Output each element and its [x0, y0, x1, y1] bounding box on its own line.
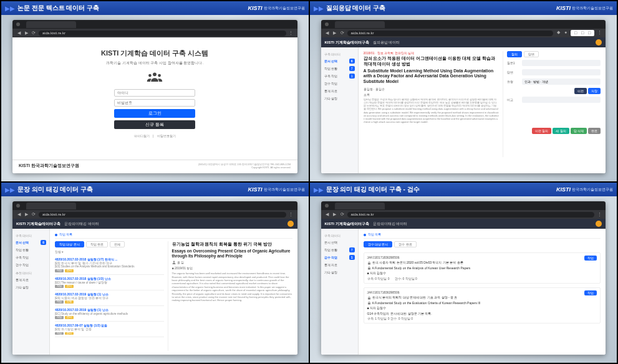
find-id-link[interactable]: 아이디찾기: [134, 134, 150, 138]
question-input[interactable]: [522, 60, 601, 66]
reload-icon[interactable]: ⟳: [340, 212, 345, 217]
list-item[interactable]: 4820/10.2017.02-2018 설립형 (1/2) 난소 [ED] T…: [55, 275, 164, 290]
back-icon[interactable]: ◀: [325, 31, 330, 36]
url-field[interactable]: aida.kisti.re.kr: [39, 31, 286, 36]
insp-tab[interactable]: 검수 대상 문서: [364, 241, 393, 247]
insp-tab[interactable]: 검수 완료: [394, 241, 416, 247]
qa-tab[interactable]: 답변: [524, 51, 539, 57]
sidebar-item[interactable]: 문서 선택: [321, 239, 358, 246]
sidebar-item[interactable]: 구축 작업1: [321, 72, 358, 80]
open-button[interactable]: 작업: [584, 290, 597, 295]
forward-icon[interactable]: ▶: [332, 31, 337, 36]
browser-url-bar: ◀ ▶ ⟳ aida.kisti.re.kr ⋮: [12, 29, 297, 37]
action-button[interactable]: 이전 질의: [532, 128, 551, 134]
list-item[interactable]: 4820/10.2017.02-2019 설립형 (1) 난소 [ES] 식물의…: [55, 290, 164, 306]
status-badge: 준비: [65, 269, 74, 272]
browser-tab[interactable]: [335, 203, 385, 209]
sidebar-item[interactable]: 문서 선택6: [321, 57, 358, 65]
work-button[interactable]: 작업: [55, 332, 64, 335]
answer-input[interactable]: [522, 69, 601, 75]
sidebar-item[interactable]: 기타 설정: [321, 269, 358, 276]
browser-tab[interactable]: [26, 21, 76, 28]
sidebar-item[interactable]: 통계 자료: [321, 261, 358, 269]
list-item[interactable]: 4820/10.2017.02-2018 설립형 (1/7) 한국식 ... […: [55, 256, 164, 275]
work-button[interactable]: 작업: [55, 300, 64, 304]
ext-icon[interactable]: □: [580, 31, 585, 36]
back-icon[interactable]: ◀: [325, 212, 330, 217]
sidebar-item[interactable]: 검수 작업: [321, 80, 358, 87]
list-tab[interactable]: 작업 완료: [86, 241, 108, 247]
url-field[interactable]: aida.kisti.re.kr: [347, 31, 554, 36]
doc-id: JAKO20171836398506: [367, 256, 597, 259]
sidebar-item[interactable]: 작업 현황7: [321, 246, 358, 254]
sidebar-item[interactable]: 구축 작업: [12, 254, 49, 261]
stat-review: 검수: 0 작업일 0: [395, 277, 417, 280]
signup-button[interactable]: 신규 등록: [114, 120, 195, 129]
forward-icon[interactable]: ▶: [24, 212, 29, 217]
browser-tabstrip: [321, 20, 606, 29]
window-dot-icon[interactable]: [16, 22, 20, 26]
browser-tab[interactable]: [26, 203, 76, 209]
login-button[interactable]: 로그인: [114, 109, 195, 118]
browser-tab[interactable]: [335, 21, 385, 28]
sidebar-item[interactable]: 작업 현황: [12, 246, 49, 254]
save-button[interactable]: 저장: [588, 88, 601, 94]
menu-icon[interactable]: ⋮: [597, 30, 602, 35]
qa-tab[interactable]: 질의: [507, 51, 522, 57]
app-header: KISTI 기계학습데이터구축 질의응답 데이터: [321, 37, 606, 47]
window-dot-icon[interactable]: [325, 204, 329, 208]
sidebar-item[interactable]: 기타 설정: [12, 284, 49, 291]
menu-icon[interactable]: ⋮: [289, 212, 294, 217]
action-button[interactable]: 완료: [588, 128, 601, 134]
work-button[interactable]: 작업: [55, 269, 64, 272]
type-input[interactable]: [522, 79, 601, 85]
url-field[interactable]: aida.kisti.re.kr: [347, 212, 595, 218]
user-avatar-icon[interactable]: [287, 221, 294, 227]
menu-icon[interactable]: ⋮: [289, 31, 294, 36]
work-button[interactable]: 작업: [55, 285, 64, 288]
reload-icon[interactable]: ⟳: [31, 31, 36, 36]
pane-titlebar: ▶▶ 문장 의미 태깅 데이터 구축 KISTI 한국과학기술정보연구원: [1, 183, 309, 196]
back-icon[interactable]: ◀: [16, 31, 21, 36]
username-input[interactable]: [114, 89, 195, 97]
action-button[interactable]: 새 질의: [553, 128, 569, 134]
url-field[interactable]: aida.kisti.re.kr: [39, 212, 286, 218]
menu-icon[interactable]: ⋮: [597, 212, 602, 217]
find-pw-link[interactable]: 비밀번호찾기: [157, 134, 176, 138]
list-item[interactable]: 4820/10.2017.09-07 설립형 (1/2) 없음 [ES] 유기농…: [55, 322, 164, 337]
list-tab[interactable]: 작업 대상 문서: [55, 241, 84, 247]
sidebar-item[interactable]: 작업 현황7: [321, 65, 358, 72]
forward-icon[interactable]: ▶: [332, 212, 337, 217]
open-button[interactable]: 작업: [584, 256, 597, 261]
user-avatar-icon[interactable]: [596, 221, 602, 227]
ext-icon[interactable]: □: [573, 31, 578, 36]
forward-icon[interactable]: ▶: [24, 31, 29, 36]
note-input[interactable]: [522, 97, 601, 103]
sidebar-item[interactable]: 문서 선택6: [12, 239, 49, 246]
ext-icon[interactable]: ◆: [556, 30, 561, 35]
password-input[interactable]: [114, 99, 195, 107]
sidebar-item[interactable]: 통계 자료: [12, 276, 49, 284]
ext-icon[interactable]: ●: [563, 30, 568, 35]
list-item[interactable]: 4820/10.2017.02-2019 설립형 (1) 난소 [EC] Stu…: [55, 306, 164, 322]
reload-icon[interactable]: ⟳: [31, 212, 36, 217]
sidebar-item[interactable]: 검수 작업1: [321, 254, 358, 261]
sidebar-item[interactable]: 통계 자료: [321, 87, 358, 95]
action-button[interactable]: 답 삭제: [571, 128, 587, 134]
user-avatar-icon[interactable]: [596, 39, 602, 46]
sidebar-item[interactable]: 검수 작업: [12, 261, 49, 269]
browser-window: ◀ ▶ ⟳ aida.kisti.re.kr ⋮ KISTI 기계학습데이터구축…: [321, 201, 606, 355]
login-links: 아이디찾기 | 비밀번호찾기: [114, 134, 195, 138]
window-dot-icon[interactable]: [325, 22, 329, 26]
work-button[interactable]: 작업: [55, 316, 64, 319]
prev-button[interactable]: 이전: [574, 88, 587, 94]
pane-title: 문장 의미 태깅 데이터 구축 - 검수: [326, 185, 556, 194]
ext-icon[interactable]: □: [587, 31, 592, 36]
list-tab[interactable]: 전체: [110, 241, 125, 247]
sidebar-item[interactable]: 기타 설정: [321, 95, 358, 102]
ext-group[interactable]: □ □ □: [571, 30, 594, 36]
brand-logo: KISTI: [248, 5, 262, 11]
reload-icon[interactable]: ⟳: [340, 31, 345, 36]
back-icon[interactable]: ◀: [16, 212, 21, 217]
window-dot-icon[interactable]: [16, 204, 20, 208]
